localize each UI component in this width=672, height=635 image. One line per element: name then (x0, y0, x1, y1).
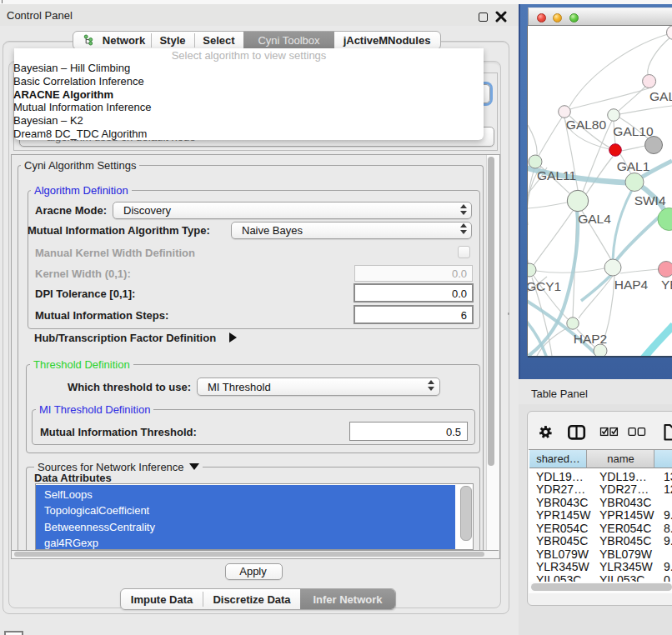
svg-text:SWI4: SWI4 (634, 193, 666, 208)
svg-text:YE: YE (661, 278, 672, 292)
svg-text:GCY1: GCY1 (528, 279, 561, 293)
svg-text:GAL7: GAL7 (649, 89, 672, 103)
svg-text:HAP2: HAP2 (574, 332, 608, 346)
svg-text:GAL10: GAL10 (613, 124, 654, 138)
svg-text:GAL1: GAL1 (617, 159, 650, 173)
svg-text:GAL80: GAL80 (566, 118, 607, 132)
svg-text:GAL4: GAL4 (578, 212, 611, 226)
svg-text:GAL11: GAL11 (537, 168, 576, 182)
svg-text:HAP4: HAP4 (614, 278, 649, 292)
